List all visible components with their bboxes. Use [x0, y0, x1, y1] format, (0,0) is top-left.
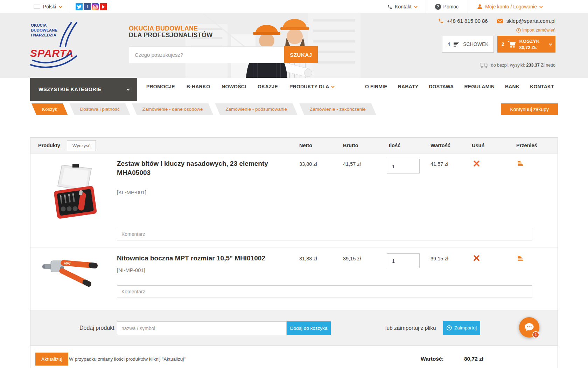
import-orders-link[interactable]: import zamówień [516, 28, 555, 33]
cart-table-header: Produkty Wyczyść Netto Brutto Ilość Wart… [30, 138, 558, 154]
quantity-input[interactable] [387, 253, 420, 268]
import-orders-label: import zamówień [523, 28, 555, 33]
checkout-steps: Koszyk Dostawa i płatność Zamówienie - d… [31, 103, 376, 115]
phone-link[interactable]: +48 61 815 00 86 [438, 18, 488, 24]
line-total: 39,15 zł [430, 256, 448, 261]
nav-item-nowosci[interactable]: NOWOŚCI [222, 84, 246, 89]
move-list-icon [518, 161, 523, 166]
step-dostawa[interactable]: Dostawa i płatność [70, 103, 130, 115]
svg-text:MPT: MPT [64, 261, 71, 266]
logo-line3: I NARZĘDZIA [31, 33, 56, 37]
envelope-icon [497, 19, 503, 23]
comment-input[interactable] [117, 285, 532, 298]
move-list-icon [518, 256, 523, 261]
import-icon [447, 325, 452, 330]
nav-item-produkty-dla[interactable]: PRODUKTY DLA [289, 84, 334, 89]
phone-number: +48 61 815 00 86 [447, 18, 488, 24]
nav-item-dostawa[interactable]: DOSTAWA [429, 84, 454, 89]
step-koszyk[interactable]: Koszyk [31, 103, 68, 115]
brutto-value: 41,57 zł [343, 161, 361, 167]
col-value: Wartość [430, 138, 450, 154]
product-image-riveter[interactable]: MPT [42, 250, 103, 287]
add-product-input[interactable] [117, 321, 287, 335]
user-icon [477, 4, 483, 9]
pomoc-link[interactable]: ? Pomoc [426, 0, 468, 13]
instagram-icon[interactable] [92, 3, 99, 10]
phone-icon [387, 4, 392, 9]
nav-item-regulamin[interactable]: REGULAMIN [464, 84, 495, 89]
slogan-line2: DLA PROFESJONALISTÓW [129, 32, 212, 39]
schowek-button[interactable]: 4 SCHOWEK [442, 36, 494, 53]
nav-item-promocje[interactable]: PROMOCJE [146, 84, 175, 89]
topbar-right: Kontakt ? Pomoc Moje konto / Logowanie [378, 0, 551, 13]
search-button[interactable]: SZUKAJ [284, 46, 318, 63]
nav-item-kontakt[interactable]: KONTAKT [530, 84, 554, 89]
page: Polski f Kontakt [0, 0, 588, 368]
chat-unread-badge: 1 [532, 331, 539, 338]
chat-widget-button[interactable]: 1 [519, 317, 539, 338]
language-selector[interactable]: Polski [34, 0, 70, 13]
logo-line1: OKUCIA [31, 23, 47, 27]
clear-cart-button[interactable]: Wyczyść [67, 140, 96, 151]
import-from-file-label: lub zaimportuj z pliku [385, 325, 436, 331]
shipping-prefix: do bezpł. wysyłki: [491, 63, 526, 68]
comment-input[interactable] [117, 228, 532, 240]
account-label: Moje konto / Logowanie [485, 4, 537, 9]
remove-item-button[interactable] [473, 255, 480, 262]
nav-item-b-harko[interactable]: B-HARKO [187, 84, 210, 89]
col-remove: Usuń [472, 138, 484, 154]
col-brutto: Brutto [343, 138, 358, 154]
nav-item-bank[interactable]: BANK [505, 84, 519, 89]
nav-right: O FIRMIE RABATY DOSTAWA REGULAMIN BANK K… [365, 78, 554, 95]
add-to-cart-button[interactable]: Dodaj do koszyka [287, 321, 331, 335]
nav-item-okazje[interactable]: OKAZJE [258, 84, 278, 89]
import-button[interactable]: Zaimportuj [443, 321, 480, 335]
move-to-schowek-button[interactable] [517, 255, 524, 262]
header: OKUCIA BUDOWLANE I NARZĘDZIA SPARTA OKUC… [0, 13, 588, 78]
sparta-logo[interactable]: OKUCIA BUDOWLANE I NARZĘDZIA SPARTA [30, 20, 79, 71]
nav-item-o-firmie[interactable]: O FIRMIE [365, 84, 387, 89]
kontakt-label: Kontakt [395, 4, 411, 9]
product-image-bit-set[interactable] [51, 163, 100, 223]
search-input[interactable] [129, 46, 284, 63]
cart-row: MPT Nitownica boczna MPT rozmiar 10,5" M… [30, 247, 558, 311]
step-dane-osobowe[interactable]: Zamówienie - dane osobowe [132, 103, 214, 115]
product-title[interactable]: Zestaw bitów i kluczy nasadowych, 23 ele… [117, 159, 278, 177]
continue-shopping-button[interactable]: Kontynuuj zakupy [501, 103, 558, 115]
step-zakonczenie[interactable]: Zamówienie - zakończenie [299, 103, 376, 115]
slogan-line1: OKUCIA BUDOWLANE [129, 25, 212, 32]
cart-button[interactable]: 2 KOSZYK 80,72 ZŁ [497, 36, 555, 53]
nav-item-rabaty[interactable]: RABATY [398, 84, 419, 89]
col-netto: Netto [299, 138, 312, 154]
language-label: Polski [43, 4, 56, 9]
import-icon [516, 28, 521, 33]
update-cart-button[interactable]: Aktualizuj [35, 353, 68, 366]
add-product-label: Dodaj produkt [79, 325, 114, 331]
quantity-input[interactable] [387, 159, 420, 173]
remove-item-button[interactable] [473, 161, 480, 168]
remove-x-icon [474, 255, 479, 261]
chevron-down-icon [414, 5, 418, 8]
email-link[interactable]: sklep@sparta.com.pl [497, 18, 555, 24]
cart-icon [507, 41, 516, 48]
netto-value: 33,80 zł [299, 161, 317, 167]
facebook-icon[interactable]: f [84, 3, 91, 10]
email-address: sklep@sparta.com.pl [506, 18, 555, 24]
search-bar: SZUKAJ [129, 46, 318, 63]
all-categories-button[interactable]: WSZYSTKIE KATEGORIE [30, 78, 137, 101]
step-podsumowanie[interactable]: Zamówienie - podsumowanie [215, 103, 298, 115]
chevron-down-icon [126, 87, 130, 91]
line-total: 41,57 zł [430, 161, 448, 167]
free-shipping-note: do bezpł. wysyłki: 233.37 Zł netto [480, 62, 555, 68]
account-menu[interactable]: Moje konto / Logowanie [468, 0, 551, 13]
kontakt-menu[interactable]: Kontakt [378, 0, 425, 13]
shipping-value: 233.37 [526, 63, 540, 68]
remove-x-icon [474, 161, 479, 166]
schowek-count: 4 [447, 41, 450, 47]
import-button-label: Zaimportuj [454, 325, 477, 330]
move-to-schowek-button[interactable] [517, 161, 524, 168]
youtube-icon[interactable] [100, 3, 107, 10]
truck-icon [480, 62, 488, 68]
topbar-left: Polski f [34, 0, 107, 13]
twitter-icon[interactable] [76, 3, 83, 10]
